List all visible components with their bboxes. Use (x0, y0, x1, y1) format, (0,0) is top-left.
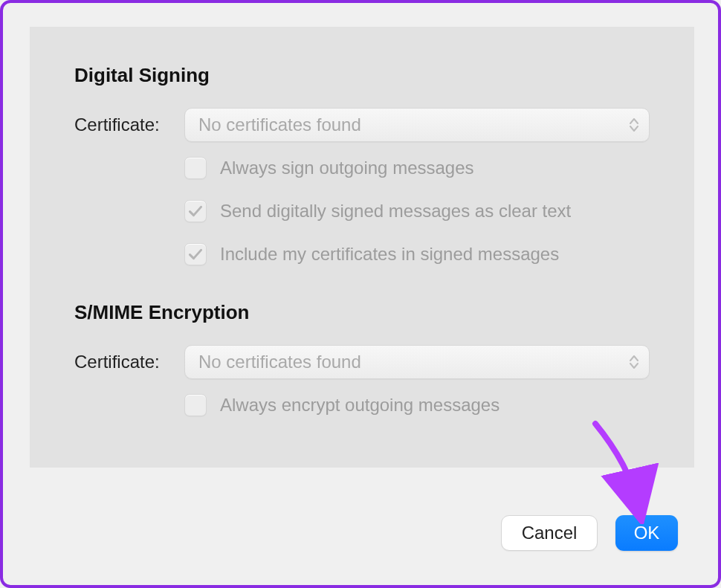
include-cert-option: Include my certificates in signed messag… (184, 243, 650, 265)
digital-signing-certificate-row: Certificate: No certificates found (74, 108, 650, 142)
smime-certificate-value: No certificates found (198, 352, 361, 372)
always-encrypt-label: Always encrypt outgoing messages (220, 395, 499, 416)
ok-button[interactable]: OK (615, 515, 678, 551)
smime-certificate-select[interactable]: No certificates found (184, 345, 650, 379)
dialog-footer: Cancel OK (501, 515, 678, 551)
always-encrypt-option: Always encrypt outgoing messages (184, 394, 650, 416)
include-cert-checkbox[interactable] (184, 243, 207, 265)
signing-certificate-value: No certificates found (198, 114, 361, 135)
settings-panel: Digital Signing Certificate: No certific… (30, 27, 694, 468)
updown-stepper-icon (628, 116, 640, 134)
cancel-button[interactable]: Cancel (501, 515, 598, 551)
clear-text-label: Send digitally signed messages as clear … (220, 201, 571, 222)
always-encrypt-checkbox[interactable] (184, 394, 207, 416)
updown-stepper-icon (628, 353, 640, 371)
signing-certificate-select[interactable]: No certificates found (184, 108, 650, 142)
always-sign-label: Always sign outgoing messages (220, 158, 474, 178)
include-cert-label: Include my certificates in signed messag… (220, 244, 559, 265)
smime-certificate-label: Certificate: (74, 352, 184, 372)
checkmark-icon (188, 204, 203, 219)
smime-certificate-row: Certificate: No certificates found (74, 345, 650, 379)
clear-text-option: Send digitally signed messages as clear … (184, 200, 650, 222)
digital-signing-heading: Digital Signing (74, 64, 650, 87)
always-sign-checkbox[interactable] (184, 157, 207, 179)
signing-certificate-label: Certificate: (74, 114, 184, 135)
checkmark-icon (188, 247, 203, 262)
clear-text-checkbox[interactable] (184, 200, 207, 222)
always-sign-option: Always sign outgoing messages (184, 157, 650, 179)
smime-encryption-heading: S/MIME Encryption (74, 301, 650, 324)
